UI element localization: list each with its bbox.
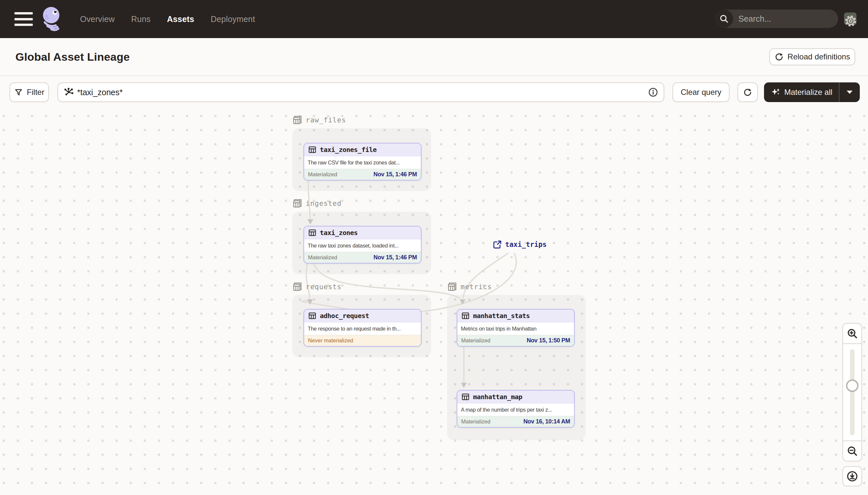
asset-node-header: adhoc_request [304,309,421,322]
top-nav-bar: Overview Runs Assets Deployment / [0,0,868,38]
download-image-button[interactable] [843,466,862,487]
asset-node-manhattan-stats[interactable]: manhattan_stats Metrics on taxi trips in… [457,309,575,347]
refresh-graph-button[interactable] [738,82,758,102]
group-label-ingested[interactable]: ingested [292,198,341,208]
materialize-all-label: Materialize all [784,88,833,97]
materialization-timestamp[interactable]: Nov 15, 1:46 PM [373,254,417,261]
asset-graph-icon [63,87,74,98]
asset-name: taxi_zones [320,229,358,237]
asset-name: manhattan_stats [473,312,530,320]
materialization-timestamp[interactable]: Nov 15, 1:50 PM [527,337,570,344]
search-input[interactable] [733,14,844,24]
asset-name: adhoc_request [320,312,369,320]
zoom-slider-track[interactable] [850,349,854,435]
group-name: metrics [461,283,492,291]
group-label-metrics[interactable]: metrics [447,281,492,292]
nav-item-deployment[interactable]: Deployment [211,14,255,24]
lineage-canvas[interactable] [0,109,868,495]
filter-funnel-icon [14,88,23,97]
asset-name: taxi_zones_file [320,146,377,154]
materialize-dropdown-toggle[interactable] [839,82,860,102]
zoom-in-icon [847,328,858,339]
table-icon [308,146,317,154]
dagster-app: Overview Runs Assets Deployment / Global… [0,0,868,495]
nav-item-overview[interactable]: Overview [80,14,115,24]
external-asset-name: taxi_trips [505,241,547,249]
group-name: ingested [306,200,341,207]
asset-description: The response to an request made in th... [304,322,421,335]
primary-nav: Overview Runs Assets Deployment [80,14,255,24]
status-label: Materialized [461,419,491,425]
materialization-timestamp[interactable]: Nov 16, 10:14 AM [523,418,570,425]
materialization-timestamp[interactable]: Nov 15, 1:46 PM [373,171,417,178]
page-header: Global Asset Lineage [0,38,868,76]
clear-query-button[interactable]: Clear query [672,82,730,102]
external-link-icon [493,240,502,249]
materialize-all-button: Materialize all [764,82,860,102]
asset-node-header: manhattan_map [457,391,574,404]
settings-gear-icon[interactable] [844,14,857,28]
table-icon [308,228,317,237]
download-icon [846,471,858,482]
page-title: Global Asset Lineage [15,51,130,63]
reload-definitions-label: Reload definitions [787,52,850,62]
zoom-slider [843,343,862,441]
asset-description: A map of the number of trips per taxi z.… [457,404,574,416]
query-info-icon[interactable] [648,87,658,98]
status-label: Materialized [461,338,491,344]
group-name: requests [306,283,341,291]
asset-selection-query [57,82,664,102]
sparkle-icon [770,87,780,97]
octopus-logo-icon [41,5,64,33]
asset-description: Metrics on taxi trips in Manhattan [457,322,574,335]
zoom-slider-handle[interactable] [846,379,858,392]
group-table-icon [292,198,302,208]
clear-query-label: Clear query [681,88,721,97]
filter-button[interactable]: Filter [10,82,49,102]
refresh-icon [743,88,752,97]
asset-node-manhattan-map[interactable]: manhattan_map A map of the number of tri… [457,390,575,428]
asset-status-bar: Never materialized [304,335,421,346]
status-label: Materialized [308,171,337,177]
asset-status-bar: Materialized Nov 15, 1:50 PM [457,335,574,346]
reload-icon [775,52,784,62]
group-table-icon [292,115,302,125]
table-icon [461,311,470,320]
asset-node-taxi-zones-file[interactable]: taxi_zones_file The raw CSV file for the… [303,143,422,181]
zoom-out-button[interactable] [843,441,862,462]
asset-node-header: manhattan_stats [457,309,574,322]
status-label: Never materialized [308,338,353,344]
asset-description: The raw CSV file for the taxi zones dat.… [304,156,421,169]
asset-node-taxi-zones[interactable]: taxi_zones The raw taxi zones dataset, l… [303,226,422,263]
asset-name: manhattan_map [473,393,522,401]
asset-status-bar: Materialized Nov 15, 1:46 PM [304,252,421,263]
external-asset-taxi-trips[interactable]: taxi_trips [493,240,547,249]
reload-definitions-button[interactable]: Reload definitions [769,48,855,65]
nav-item-assets[interactable]: Assets [167,14,194,24]
asset-node-header: taxi_zones_file [304,143,421,156]
group-label-requests[interactable]: requests [292,281,341,292]
dagster-logo-icon[interactable] [41,5,64,33]
chevron-down-icon [847,90,853,94]
group-name: raw_files [306,116,346,124]
table-icon [461,393,470,401]
zoom-in-button[interactable] [843,323,862,343]
table-icon [308,311,317,320]
search-icon [715,10,733,28]
asset-status-bar: Materialized Nov 16, 10:14 AM [457,416,574,427]
zoom-out-icon [847,445,858,457]
asset-query-input[interactable] [74,88,648,97]
group-table-icon [447,281,457,292]
asset-status-bar: Materialized Nov 15, 1:46 PM [304,169,421,180]
asset-node-adhoc-request[interactable]: adhoc_request The response to an request… [303,309,422,347]
filter-label: Filter [27,88,44,97]
group-table-icon [292,281,302,292]
status-label: Materialized [308,254,337,261]
asset-node-header: taxi_zones [304,226,421,239]
hamburger-menu-icon[interactable] [14,12,33,26]
asset-description: The raw taxi zones dataset, loaded int..… [304,239,421,252]
materialize-all-main[interactable]: Materialize all [764,82,839,102]
nav-item-runs[interactable]: Runs [131,14,150,24]
group-label-raw-files[interactable]: raw_files [292,115,346,125]
global-search[interactable]: / [715,10,838,28]
